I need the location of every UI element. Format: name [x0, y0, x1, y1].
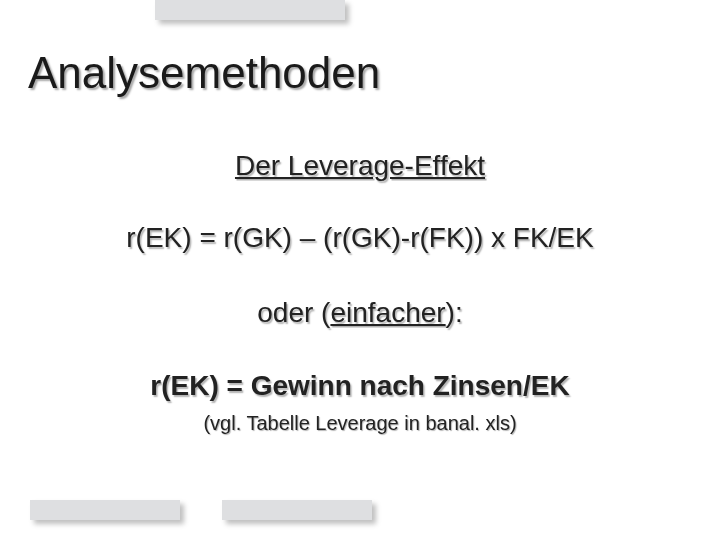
decor-bottombar-1	[30, 500, 180, 520]
slide-title: Analysemethoden	[28, 48, 380, 98]
or-emphasis: einfacher	[330, 297, 445, 328]
decor-bottombar-2	[222, 500, 372, 520]
or-prefix: oder (	[257, 297, 330, 328]
or-suffix: ):	[446, 297, 463, 328]
slide-subtitle: Der Leverage-Effekt	[0, 150, 720, 182]
decor-topbar	[155, 0, 345, 20]
reference-note: (vgl. Tabelle Leverage in banal. xls)	[0, 412, 720, 435]
slide: Analysemethoden Der Leverage-Effekt r(EK…	[0, 0, 720, 540]
leverage-formula-simple: r(EK) = Gewinn nach Zinsen/EK	[0, 370, 720, 402]
leverage-formula-full: r(EK) = r(GK) – (r(GK)-r(FK)) x FK/EK	[0, 222, 720, 254]
or-simpler-line: oder (einfacher):	[0, 297, 720, 329]
